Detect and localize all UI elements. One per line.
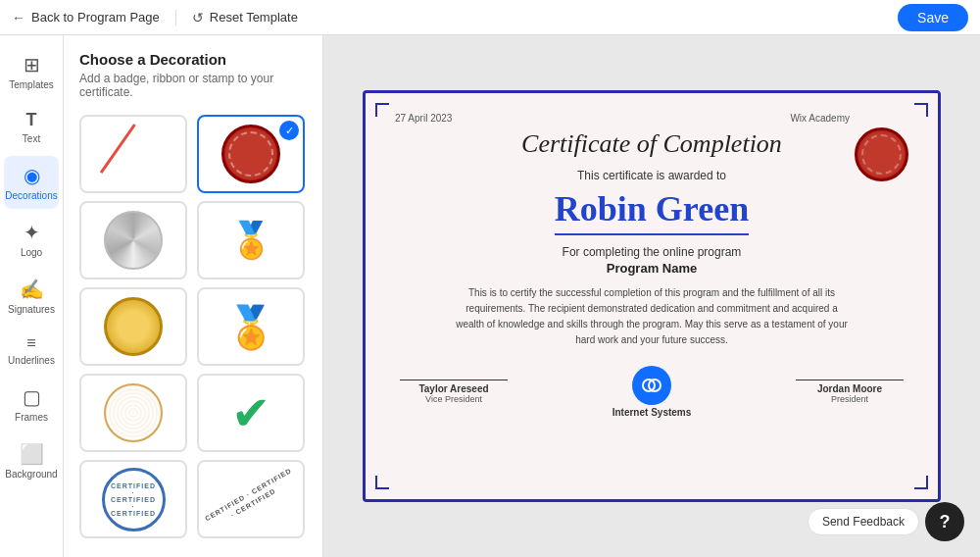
deco-item-gold-stamp[interactable]: [79, 287, 187, 366]
cert-program-name: Program Name: [607, 261, 697, 276]
sidebar-item-underlines[interactable]: ≡ Underlines: [4, 327, 59, 374]
certificate: 27 April 2023 Wix Academy Certificate of…: [363, 90, 941, 502]
deco-item-checkmark[interactable]: ✔: [197, 374, 305, 452]
frames-icon: ▢: [23, 385, 41, 409]
corner-br: [914, 476, 928, 489]
gold-stamp-decoration: [104, 297, 163, 356]
cert-signer2: Jordan Moore President: [791, 380, 908, 404]
red-stamp-decoration: [221, 125, 280, 183]
filigree-decoration: [104, 383, 163, 442]
cert-footer: Taylor Areseed Vice President Internet S…: [395, 366, 908, 418]
background-label: Background: [5, 469, 57, 480]
checkmark-decoration: ✔: [231, 385, 270, 440]
cert-title: Certificate of Completion: [521, 129, 782, 159]
deco-item-slash[interactable]: [79, 115, 187, 193]
cert-date: 27 April 2023: [395, 113, 452, 124]
cert-signer1: Taylor Areseed Vice President: [395, 380, 513, 404]
signer2-name: Jordan Moore: [817, 383, 882, 394]
cert-diagonal-decoration: CERTIFIED · CERTIFIED · CERTIFIED: [201, 465, 301, 533]
logo-icon-circle: [632, 366, 671, 405]
cert-body-text: This is to certify the successful comple…: [456, 285, 848, 348]
back-label: Back to Program Page: [31, 10, 160, 25]
cert-issuer: Wix Academy: [790, 113, 850, 124]
deco-item-cert-diagonal[interactable]: CERTIFIED · CERTIFIED · CERTIFIED: [197, 460, 305, 538]
help-button[interactable]: ?: [925, 502, 964, 541]
deco-item-filigree[interactable]: [79, 374, 187, 452]
sig-line-1: [400, 380, 508, 380]
decorations-label: Decorations: [5, 190, 57, 201]
blue-circle-stamp-decoration: CERTIFIED · CERTIFIED · CERTIFIED: [102, 468, 166, 532]
sidebar-item-logo[interactable]: ✦ Logo: [4, 213, 59, 266]
topbar: ← Back to Program Page ↺ Reset Template …: [0, 0, 980, 35]
cert-date-row: 27 April 2023 Wix Academy: [395, 113, 908, 124]
reset-template-button[interactable]: ↺ Reset Template: [176, 10, 298, 25]
decoration-grid: ✓ 🏅 🏅 ✔ C: [64, 107, 322, 546]
frames-label: Frames: [15, 412, 48, 423]
decorations-icon: ◉: [24, 164, 40, 187]
reset-icon: ↺: [192, 10, 204, 25]
purple-badge-decoration: 🏅: [224, 295, 278, 359]
deco-item-laurel[interactable]: 🏅: [197, 201, 305, 279]
templates-label: Templates: [9, 79, 54, 90]
cert-logo-text: Internet Systems: [612, 407, 692, 418]
back-button[interactable]: ← Back to Program Page: [12, 10, 176, 25]
sidebar-item-decorations[interactable]: ◉ Decorations: [4, 156, 59, 209]
corner-tr: [914, 103, 928, 117]
deco-item-red-stamp[interactable]: ✓: [197, 115, 305, 193]
reset-label: Reset Template: [210, 10, 298, 25]
save-button[interactable]: Save: [898, 4, 968, 31]
laurel-decoration: 🏅: [220, 216, 283, 265]
certificate-area: 27 April 2023 Wix Academy Certificate of…: [323, 35, 980, 557]
text-label: Text: [23, 133, 40, 144]
background-icon: ⬜: [20, 442, 44, 466]
sidebar-item-frames[interactable]: ▢ Frames: [4, 378, 59, 430]
back-arrow-icon: ←: [12, 10, 25, 25]
panel-title: Choose a Decoration: [79, 51, 307, 68]
text-icon: T: [26, 110, 37, 130]
main-content: ⊞ Templates T Text ◉ Decorations ✦ Logo …: [0, 35, 980, 557]
sidebar-item-templates[interactable]: ⊞ Templates: [4, 45, 59, 98]
slash-decoration: [99, 120, 168, 188]
signer1-title: Vice President: [425, 394, 482, 404]
cert-awarded-text: This certificate is awarded to: [577, 169, 726, 182]
sidebar-item-background[interactable]: ⬜ Background: [4, 434, 59, 487]
signatures-label: Signatures: [8, 304, 55, 315]
underlines-label: Underlines: [8, 355, 55, 366]
signer2-title: President: [831, 394, 868, 404]
panel-header: Choose a Decoration Add a badge, ribbon …: [64, 35, 322, 107]
corner-tl: [375, 103, 389, 117]
sidebar-item-text[interactable]: T Text: [4, 102, 59, 152]
signatures-icon: ✍: [20, 278, 44, 301]
templates-icon: ⊞: [24, 53, 40, 76]
cert-program-label: For completing the online program: [563, 245, 742, 259]
holographic-decoration: [104, 211, 163, 270]
icon-sidebar: ⊞ Templates T Text ◉ Decorations ✦ Logo …: [0, 35, 64, 557]
cert-stamp: [855, 127, 908, 181]
logo-icon: ✦: [24, 221, 40, 244]
logo-svg: [641, 375, 662, 396]
deco-item-holographic[interactable]: [79, 201, 187, 279]
panel-subtitle: Add a badge, ribbon or stamp to your cer…: [79, 72, 307, 99]
logo-label: Logo: [21, 247, 42, 258]
deco-item-blue-circle[interactable]: CERTIFIED · CERTIFIED · CERTIFIED: [79, 460, 187, 538]
send-feedback-button[interactable]: Send Feedback: [808, 508, 919, 535]
deco-item-purple-badge[interactable]: 🏅: [197, 287, 305, 366]
signer1-name: Taylor Areseed: [418, 383, 488, 394]
panel-sidebar: Choose a Decoration Add a badge, ribbon …: [64, 35, 323, 557]
sidebar-item-signatures[interactable]: ✍ Signatures: [4, 270, 59, 323]
sig-line-2: [796, 380, 904, 380]
selected-check-icon: ✓: [279, 121, 299, 140]
cert-logo: Internet Systems: [612, 366, 692, 418]
cert-recipient-name: Robin Green: [555, 188, 749, 235]
underlines-icon: ≡: [26, 334, 35, 352]
corner-bl: [375, 476, 389, 489]
